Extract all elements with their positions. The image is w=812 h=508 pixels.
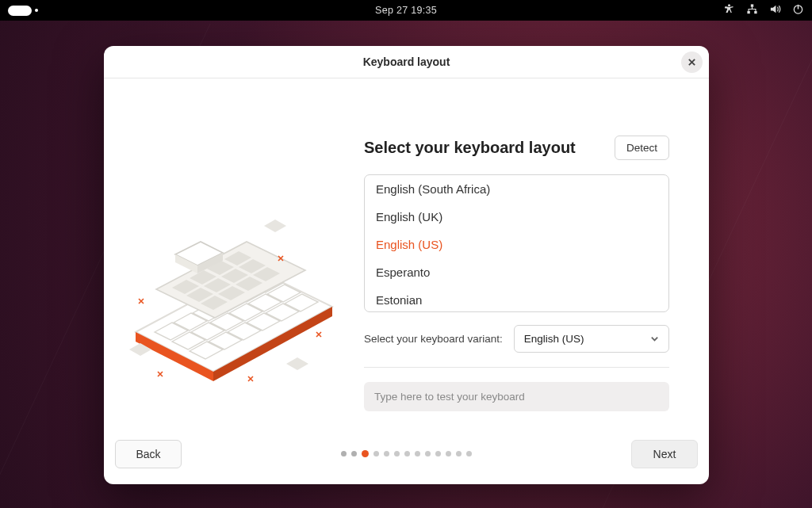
chevron-down-icon	[650, 334, 659, 343]
back-button[interactable]: Back	[115, 440, 182, 468]
power-icon[interactable]	[792, 3, 804, 17]
step-dot	[373, 451, 379, 456]
close-icon	[688, 58, 696, 67]
step-dot	[415, 451, 420, 456]
network-icon[interactable]	[746, 3, 758, 17]
step-dot	[435, 451, 441, 456]
window-titlebar: Keyboard layout	[104, 46, 709, 78]
volume-icon[interactable]	[769, 3, 781, 17]
step-dot	[404, 451, 410, 456]
svg-rect-2	[747, 11, 749, 13]
clock[interactable]: Sep 27 19:35	[375, 5, 437, 16]
close-button[interactable]	[681, 52, 703, 73]
footer-nav: Back Next	[104, 432, 709, 484]
keyboard-illustration	[104, 78, 364, 432]
step-dot	[456, 451, 462, 456]
svg-marker-45	[264, 220, 286, 232]
page-heading: Select your keyboard layout	[364, 139, 576, 157]
step-dot	[341, 451, 347, 456]
installer-window: Keyboard layout	[104, 46, 709, 484]
step-dot	[425, 451, 431, 456]
divider	[364, 367, 669, 368]
svg-rect-3	[754, 11, 756, 13]
content-pane: Select your keyboard layout Detect Engli…	[364, 78, 709, 432]
layout-option[interactable]: English (UK)	[365, 203, 668, 231]
detect-button[interactable]: Detect	[615, 136, 669, 160]
step-dot	[384, 451, 389, 456]
step-dot	[466, 451, 472, 456]
activities-pill-icon	[8, 6, 32, 16]
variant-dropdown[interactable]: English (US)	[514, 325, 669, 353]
variant-value: English (US)	[524, 333, 584, 345]
activities-area[interactable]	[8, 6, 32, 16]
step-indicator	[341, 451, 472, 457]
step-dot	[362, 450, 369, 457]
variant-label: Select your keyboard variant:	[364, 333, 503, 345]
svg-marker-44	[286, 357, 308, 370]
layout-option[interactable]: English (South Africa)	[365, 175, 668, 203]
keyboard-test-input[interactable]	[364, 382, 669, 411]
svg-rect-1	[751, 4, 753, 6]
next-button[interactable]: Next	[631, 440, 698, 468]
layout-option[interactable]: Esperanto	[365, 258, 668, 286]
step-dot	[351, 451, 357, 456]
layout-option[interactable]: English (US)	[365, 231, 668, 258]
layout-option[interactable]: Estonian	[365, 286, 668, 312]
step-dot	[446, 451, 451, 456]
accessibility-icon[interactable]	[723, 3, 735, 17]
window-title: Keyboard layout	[363, 55, 450, 68]
step-dot	[394, 451, 400, 456]
layout-listbox[interactable]: English (South Africa)English (UK)Englis…	[364, 174, 669, 312]
gnome-top-bar: Sep 27 19:35	[0, 0, 812, 21]
svg-point-0	[728, 4, 730, 6]
